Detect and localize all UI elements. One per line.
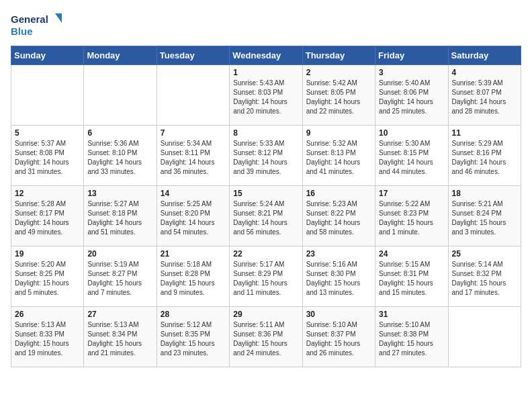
day-number: 9 [306,128,371,138]
day-number: 31 [379,310,444,319]
header-friday: Friday [375,46,448,65]
day-cell: 28Sunrise: 5:12 AM Sunset: 8:35 PM Dayli… [157,307,229,367]
day-info: Sunrise: 5:32 AM Sunset: 8:13 PM Dayligh… [306,139,371,177]
day-info: Sunrise: 5:43 AM Sunset: 8:03 PM Dayligh… [233,79,298,116]
day-info: Sunrise: 5:27 AM Sunset: 8:18 PM Dayligh… [87,199,152,237]
day-cell: 24Sunrise: 5:15 AM Sunset: 8:31 PM Dayli… [375,246,448,307]
day-info: Sunrise: 5:10 AM Sunset: 8:38 PM Dayligh… [379,320,444,358]
day-cell: 18Sunrise: 5:21 AM Sunset: 8:24 PM Dayli… [448,186,521,246]
day-cell: 4Sunrise: 5:39 AM Sunset: 8:07 PM Daylig… [448,65,521,126]
week-row-5: 26Sunrise: 5:13 AM Sunset: 8:33 PM Dayli… [11,307,521,367]
day-number: 24 [379,249,444,259]
day-cell: 6Sunrise: 5:36 AM Sunset: 8:10 PM Daylig… [84,126,157,186]
day-number: 10 [379,128,444,138]
week-row-1: 1Sunrise: 5:43 AM Sunset: 8:03 PM Daylig… [11,65,521,126]
day-info: Sunrise: 5:25 AM Sunset: 8:20 PM Dayligh… [161,199,226,237]
calendar-table: SundayMondayTuesdayWednesdayThursdayFrid… [11,46,521,367]
day-cell: 12Sunrise: 5:28 AM Sunset: 8:17 PM Dayli… [11,186,84,246]
day-cell: 15Sunrise: 5:24 AM Sunset: 8:21 PM Dayli… [230,186,302,246]
day-cell: 25Sunrise: 5:14 AM Sunset: 8:32 PM Dayli… [448,246,521,307]
day-info: Sunrise: 5:10 AM Sunset: 8:37 PM Dayligh… [306,320,371,358]
day-info: Sunrise: 5:17 AM Sunset: 8:29 PM Dayligh… [233,260,298,298]
header-sunday: Sunday [11,46,84,65]
day-info: Sunrise: 5:37 AM Sunset: 8:08 PM Dayligh… [15,139,80,177]
day-number: 6 [87,128,152,138]
day-cell: 1Sunrise: 5:43 AM Sunset: 8:03 PM Daylig… [230,65,302,126]
day-info: Sunrise: 5:18 AM Sunset: 8:28 PM Dayligh… [161,260,226,298]
day-cell: 22Sunrise: 5:17 AM Sunset: 8:29 PM Dayli… [230,246,302,307]
day-cell: 9Sunrise: 5:32 AM Sunset: 8:13 PM Daylig… [302,126,375,186]
day-info: Sunrise: 5:33 AM Sunset: 8:12 PM Dayligh… [233,139,298,177]
day-number: 13 [87,189,152,198]
day-info: Sunrise: 5:20 AM Sunset: 8:25 PM Dayligh… [15,260,80,298]
day-cell: 30Sunrise: 5:10 AM Sunset: 8:37 PM Dayli… [302,307,375,367]
day-cell: 31Sunrise: 5:10 AM Sunset: 8:38 PM Dayli… [375,307,448,367]
day-number: 25 [452,249,517,259]
day-cell: 27Sunrise: 5:13 AM Sunset: 8:34 PM Dayli… [84,307,157,367]
day-cell [157,65,229,126]
day-number: 14 [161,189,226,198]
day-cell: 19Sunrise: 5:20 AM Sunset: 8:25 PM Dayli… [11,246,84,307]
day-number: 1 [233,68,298,77]
day-cell: 5Sunrise: 5:37 AM Sunset: 8:08 PM Daylig… [11,126,84,186]
svg-text:General: General [11,13,48,25]
day-number: 16 [306,189,371,198]
week-row-4: 19Sunrise: 5:20 AM Sunset: 8:25 PM Dayli… [11,246,521,307]
day-cell: 8Sunrise: 5:33 AM Sunset: 8:12 PM Daylig… [230,126,302,186]
day-number: 20 [87,249,152,259]
day-info: Sunrise: 5:11 AM Sunset: 8:36 PM Dayligh… [233,320,298,358]
day-info: Sunrise: 5:42 AM Sunset: 8:05 PM Dayligh… [306,79,371,116]
day-number: 15 [233,189,298,198]
day-number: 29 [233,310,298,319]
day-number: 19 [15,249,80,259]
calendar-header-row: SundayMondayTuesdayWednesdayThursdayFrid… [11,46,521,65]
day-info: Sunrise: 5:16 AM Sunset: 8:30 PM Dayligh… [306,260,371,298]
day-info: Sunrise: 5:39 AM Sunset: 8:07 PM Dayligh… [452,79,517,116]
week-row-3: 12Sunrise: 5:28 AM Sunset: 8:17 PM Dayli… [11,186,521,246]
day-info: Sunrise: 5:12 AM Sunset: 8:35 PM Dayligh… [161,320,226,358]
day-number: 5 [15,128,80,138]
header-tuesday: Tuesday [157,46,229,65]
logo-svg: General Blue [11,11,64,40]
day-number: 23 [306,249,371,259]
day-info: Sunrise: 5:19 AM Sunset: 8:27 PM Dayligh… [87,260,152,298]
day-number: 2 [306,68,371,77]
day-number: 28 [161,310,226,319]
day-info: Sunrise: 5:40 AM Sunset: 8:06 PM Dayligh… [379,79,444,116]
day-cell: 7Sunrise: 5:34 AM Sunset: 8:11 PM Daylig… [157,126,229,186]
day-cell [448,307,521,367]
day-number: 11 [452,128,517,138]
day-number: 12 [15,189,80,198]
day-cell: 14Sunrise: 5:25 AM Sunset: 8:20 PM Dayli… [157,186,229,246]
day-cell: 2Sunrise: 5:42 AM Sunset: 8:05 PM Daylig… [302,65,375,126]
day-number: 22 [233,249,298,259]
day-cell: 21Sunrise: 5:18 AM Sunset: 8:28 PM Dayli… [157,246,229,307]
day-info: Sunrise: 5:21 AM Sunset: 8:24 PM Dayligh… [452,199,517,237]
day-info: Sunrise: 5:30 AM Sunset: 8:15 PM Dayligh… [379,139,444,177]
page-header: General Blue [11,11,521,40]
day-number: 18 [452,189,517,198]
day-cell: 3Sunrise: 5:40 AM Sunset: 8:06 PM Daylig… [375,65,448,126]
day-info: Sunrise: 5:13 AM Sunset: 8:34 PM Dayligh… [87,320,152,358]
day-info: Sunrise: 5:15 AM Sunset: 8:31 PM Dayligh… [379,260,444,298]
day-cell: 29Sunrise: 5:11 AM Sunset: 8:36 PM Dayli… [230,307,302,367]
header-wednesday: Wednesday [230,46,302,65]
day-info: Sunrise: 5:36 AM Sunset: 8:10 PM Dayligh… [87,139,152,177]
logo: General Blue [11,11,64,40]
day-info: Sunrise: 5:22 AM Sunset: 8:23 PM Dayligh… [379,199,444,237]
day-info: Sunrise: 5:14 AM Sunset: 8:32 PM Dayligh… [452,260,517,298]
day-info: Sunrise: 5:13 AM Sunset: 8:33 PM Dayligh… [15,320,80,358]
day-number: 17 [379,189,444,198]
day-cell: 16Sunrise: 5:23 AM Sunset: 8:22 PM Dayli… [302,186,375,246]
day-info: Sunrise: 5:24 AM Sunset: 8:21 PM Dayligh… [233,199,298,237]
day-number: 8 [233,128,298,138]
day-number: 3 [379,68,444,77]
day-info: Sunrise: 5:28 AM Sunset: 8:17 PM Dayligh… [15,199,80,237]
day-cell [11,65,84,126]
day-number: 4 [452,68,517,77]
day-cell: 13Sunrise: 5:27 AM Sunset: 8:18 PM Dayli… [84,186,157,246]
day-number: 7 [161,128,226,138]
day-number: 30 [306,310,371,319]
day-cell [84,65,157,126]
svg-marker-2 [55,13,62,23]
